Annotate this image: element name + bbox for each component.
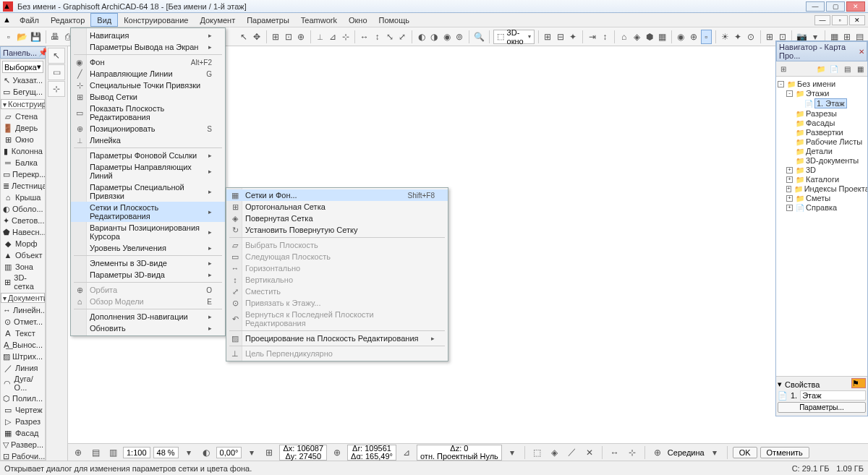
nav-tb-5[interactable]: ▦ xyxy=(854,63,866,74)
menu-edit[interactable]: Редактор xyxy=(45,13,90,27)
bb-icon-11[interactable]: ⬚ xyxy=(530,445,545,460)
expand-icon[interactable]: + xyxy=(786,186,791,192)
menuitem-Параметры Фоновой Ссылки[interactable]: Параметры Фоновой Ссылки▸ xyxy=(71,150,225,161)
floor-name-field[interactable]: Этаж xyxy=(800,390,866,401)
menuitem-Сетки и Плоскость Редактирования[interactable]: Сетки и Плоскость Редактирования▸ xyxy=(71,202,225,222)
tree-item-Сметы[interactable]: +📁Сметы xyxy=(778,194,866,203)
menuitem-Вывод Сетки[interactable]: ⊞Вывод Сетки xyxy=(71,91,225,103)
nav-tb-3[interactable]: 📄 xyxy=(828,63,840,74)
warning-flag-icon[interactable]: ⚑ xyxy=(851,378,866,388)
bb-icon-4[interactable]: ▾ xyxy=(182,445,196,460)
tool-Полил...[interactable]: ⬡Полил... xyxy=(1,393,45,404)
tb-icon-7[interactable]: ↔ xyxy=(359,30,370,44)
params-button[interactable]: Параметры... xyxy=(778,402,866,413)
tool-Колонна[interactable]: ▮Колонна xyxy=(1,145,45,157)
tb-icon-15[interactable]: 🔍 xyxy=(473,30,485,44)
info-btn-3[interactable]: ⊹ xyxy=(48,81,65,97)
tool-Разрез[interactable]: ▷Разрез xyxy=(1,416,45,427)
menuitem-Элементы в 3D-виде[interactable]: Элементы в 3D-виде▸ xyxy=(71,257,225,269)
bb-icon-14[interactable]: ✕ xyxy=(582,445,597,460)
menuitem-Фон[interactable]: ◉ФонAlt+F2 xyxy=(71,56,225,68)
ok-button[interactable]: OK xyxy=(733,447,757,458)
arrow-tool[interactable]: ↖ xyxy=(239,30,250,44)
tb-icon-3[interactable]: ⊕ xyxy=(295,30,307,44)
tool-Чертеж[interactable]: ▭Чертеж xyxy=(1,404,45,416)
marquee-tool[interactable]: ▭Бегущ... xyxy=(1,86,45,98)
tree-item-Каталоги[interactable]: +📁Каталоги xyxy=(778,175,866,184)
tool-Линия[interactable]: ／Линия xyxy=(1,362,45,374)
tool-Развер...[interactable]: ▽Развер... xyxy=(1,439,45,450)
menuitem-Навигация[interactable]: Навигация▸ xyxy=(71,30,225,41)
zoom-pct-field[interactable]: 48 % xyxy=(153,447,179,458)
tb-icon-4[interactable]: ⟂ xyxy=(315,30,326,44)
pan-tool[interactable]: ✥ xyxy=(251,30,263,44)
mdi-close[interactable]: ✕ xyxy=(849,15,865,25)
tb-icon-23[interactable]: ⇥ xyxy=(587,30,598,44)
section-document[interactable]: ▾ Документи xyxy=(1,293,45,303)
tool-Балка[interactable]: ═Балка xyxy=(1,157,45,168)
menuitem-Сетки и Фон...[interactable]: ▦Сетки и Фон...Shift+F8 xyxy=(226,189,448,201)
menuitem-Параметры Вывода на Экран[interactable]: Параметры Вывода на Экран▸ xyxy=(71,41,225,53)
menu-options[interactable]: Параметры xyxy=(241,13,295,27)
nav-tb-1[interactable]: ⊞ xyxy=(778,63,789,74)
tool-Лестница[interactable]: ≣Лестница xyxy=(1,180,45,192)
tb-icon-28[interactable]: ▦ xyxy=(656,30,668,44)
tb-icon-24[interactable]: ↕ xyxy=(599,30,610,44)
tb-icon-22[interactable]: ✦ xyxy=(568,30,579,44)
expand-icon[interactable]: + xyxy=(786,195,793,202)
tree-item-3D-документы[interactable]: 📁3D-документы xyxy=(778,156,866,166)
menuitem-Ортогональная Сетка[interactable]: ⊞Ортогональная Сетка xyxy=(226,201,448,213)
tb-icon-34[interactable]: ⊙ xyxy=(745,30,757,44)
tool-Объект[interactable]: ▲Объект xyxy=(1,249,45,261)
tb-icon-25[interactable]: ⌂ xyxy=(618,30,630,44)
bb-icon-15[interactable]: ↔ xyxy=(608,445,622,460)
tree-item-Фасады[interactable]: 📁Фасады xyxy=(778,119,866,128)
menuitem-Варианты Позиционирования Курсора[interactable]: Варианты Позиционирования Курсора▸ xyxy=(71,222,225,242)
bb-icon-7[interactable]: ⊞ xyxy=(262,445,276,460)
tool-Морф[interactable]: ◆Морф xyxy=(1,238,45,249)
tb-icon-13[interactable]: ◉ xyxy=(441,30,453,44)
tree-item-Этажи[interactable]: -📁Этажи xyxy=(778,89,866,98)
expand-icon[interactable]: + xyxy=(786,176,793,183)
tool-Светов...[interactable]: ✦Светов... xyxy=(1,215,45,226)
bb-icon-10[interactable]: ▾ xyxy=(505,445,519,460)
menu-view[interactable]: Вид xyxy=(90,13,118,27)
menuitem-Параметры Направляющих Линий[interactable]: Параметры Направляющих Линий▸ xyxy=(71,161,225,181)
tb-icon-5[interactable]: ⊿ xyxy=(327,30,339,44)
tool-Стена[interactable]: ▱Стена xyxy=(1,111,45,122)
tb-icon-26[interactable]: ◈ xyxy=(631,30,642,44)
tb-icon-32[interactable]: ☀ xyxy=(720,30,731,44)
tb-icon-21[interactable]: ⊟ xyxy=(555,30,566,44)
bb-icon-16[interactable]: ⊹ xyxy=(625,445,639,460)
minimize-button[interactable]: — xyxy=(806,1,825,12)
cancel-button[interactable]: Отменить xyxy=(760,447,809,458)
tree-item-Справка[interactable]: +📄Справка xyxy=(778,203,866,213)
nav-tb-2[interactable]: 📁 xyxy=(815,63,827,74)
tb-icon-30[interactable]: ⊕ xyxy=(688,30,699,44)
tool-Вынос...[interactable]: A͟Вынос... xyxy=(1,339,45,351)
tb-icon-12[interactable]: ◑ xyxy=(428,30,440,44)
menuitem-Показать Плоскость Редактирования[interactable]: ▭Показать Плоскость Редактирования xyxy=(71,103,225,123)
tree-item-Индексы Проекта[interactable]: +📁Индексы Проекта xyxy=(778,184,866,194)
mdi-restore[interactable]: ▫ xyxy=(832,15,848,25)
bb-icon-12[interactable]: ◈ xyxy=(548,445,562,460)
tb-icon-14[interactable]: ⊚ xyxy=(454,30,466,44)
menuitem-Дополнения 3D-навигации[interactable]: Дополнения 3D-навигации▸ xyxy=(71,311,225,322)
nav-tb-4[interactable]: ▤ xyxy=(841,63,853,74)
tree-item-Разрезы[interactable]: 📁Разрезы xyxy=(778,109,866,119)
menu-design[interactable]: Конструирование xyxy=(118,13,194,27)
tool-Текст[interactable]: AТекст xyxy=(1,328,45,339)
navigator-header[interactable]: Навигатор - Карта Про... ✕ xyxy=(776,41,867,61)
tb-icon-33[interactable]: ✦ xyxy=(732,30,744,44)
tool-3D-сетка[interactable]: ⊞3D-сетка xyxy=(1,273,45,291)
new-button[interactable]: ▫ xyxy=(3,30,14,44)
tb-icon-27[interactable]: ⬢ xyxy=(644,30,655,44)
menuitem-Позиционировать[interactable]: ⊕ПозиционироватьS xyxy=(71,123,225,134)
maximize-button[interactable]: ▢ xyxy=(826,1,845,12)
bb-icon-2[interactable]: ▤ xyxy=(88,445,103,460)
selection-dropdown[interactable]: Выборка▾ xyxy=(2,61,43,73)
tb-icon-31-active[interactable]: ▫ xyxy=(701,30,712,44)
tb-icon-35[interactable]: ⊞ xyxy=(764,30,775,44)
menuitem-Линейка[interactable]: ⟂Линейка xyxy=(71,134,225,146)
tree-item-Детали[interactable]: 📁Детали xyxy=(778,147,866,156)
